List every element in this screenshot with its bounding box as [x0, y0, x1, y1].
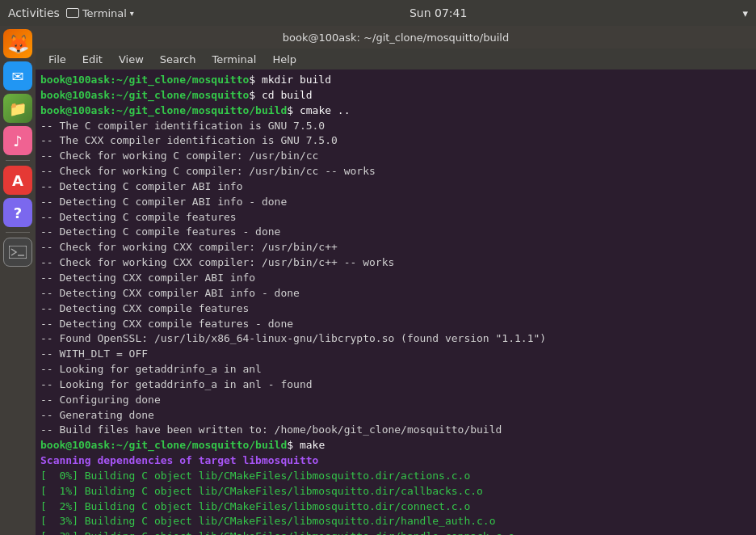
line-12: -- Check for working CXX compiler: /usr/…: [40, 240, 751, 255]
line-7: -- Check for working C compiler: /usr/bi…: [40, 164, 751, 179]
firefox-icon: 🦊: [7, 34, 29, 54]
main-content: book@100ask: ~/git_clone/mosquitto/build…: [36, 26, 756, 535]
line-1: book@100ask:~/git_clone/mosquitto$ mkdir…: [40, 73, 751, 88]
line-21: -- Looking for getaddrinfo_a in anl - fo…: [40, 377, 751, 393]
sidebar-item-mail[interactable]: ✉: [3, 61, 32, 91]
sidebar: 🦊 ✉ 📁 ♪ A ?: [0, 26, 36, 535]
menu-help[interactable]: Help: [266, 52, 303, 67]
sidebar-item-music[interactable]: ♪: [3, 126, 32, 155]
terminal-title-bar: book@100ask: ~/git_clone/mosquitto/build: [36, 26, 756, 48]
line-4: -- The C compiler identification is GNU …: [40, 119, 751, 134]
cmd-4: $ make: [287, 439, 325, 451]
line-28: [ 1%] Building C object lib/CMakeFiles/l…: [40, 484, 751, 499]
tray-icons: ▾: [742, 7, 748, 19]
line-20: -- Looking for getaddrinfo_a in anl: [40, 362, 751, 377]
line-15: -- Detecting CXX compiler ABI info - don…: [40, 286, 751, 301]
sidebar-item-firefox[interactable]: 🦊: [3, 29, 32, 58]
line-24: -- Build files have been written to: /ho…: [40, 423, 751, 438]
terminal-window-icon: [66, 8, 79, 18]
window: 🦊 ✉ 📁 ♪ A ? bo: [0, 26, 756, 535]
top-bar-left: Activities Terminal ▾: [8, 6, 134, 19]
prompt-3: book@100ask:~/git_clone/mosquitto/build: [40, 104, 287, 116]
terminal-tab[interactable]: Terminal ▾: [66, 7, 134, 19]
terminal-output[interactable]: book@100ask:~/git_clone/mosquitto$ mkdir…: [36, 70, 756, 535]
sidebar-item-software[interactable]: A: [3, 166, 32, 195]
line-25: book@100ask:~/git_clone/mosquitto/build$…: [40, 438, 751, 453]
line-8: -- Detecting C compiler ABI info: [40, 179, 751, 195]
top-bar-right: ▾: [742, 7, 748, 19]
sidebar-item-terminal[interactable]: [3, 238, 32, 267]
line-18: -- Found OpenSSL: /usr/lib/x86_64-linux-…: [40, 331, 751, 347]
menu-view[interactable]: View: [112, 52, 150, 67]
sidebar-divider-2: [6, 232, 30, 233]
terminal-menu-bar: File Edit View Search Terminal Help: [36, 48, 756, 70]
mail-icon: ✉: [11, 68, 23, 85]
line-26: Scanning dependencies of target libmosqu…: [40, 453, 751, 469]
menu-search[interactable]: Search: [153, 52, 203, 67]
line-3: book@100ask:~/git_clone/mosquitto/build$…: [40, 103, 751, 119]
line-6: -- Check for working C compiler: /usr/bi…: [40, 149, 751, 164]
prompt-4: book@100ask:~/git_clone/mosquitto/build: [40, 439, 287, 451]
menu-edit[interactable]: Edit: [76, 52, 109, 67]
line-10: -- Detecting C compile features: [40, 210, 751, 225]
top-bar: Activities Terminal ▾ Sun 07:41 ▾: [0, 0, 756, 26]
sidebar-item-files[interactable]: 📁: [3, 94, 32, 123]
software-icon: A: [12, 172, 23, 189]
activities-label[interactable]: Activities: [8, 6, 60, 19]
sidebar-divider: [6, 160, 30, 161]
prompt-2: book@100ask:~/git_clone/mosquitto: [40, 89, 249, 101]
line-2: book@100ask:~/git_clone/mosquitto$ cd bu…: [40, 88, 751, 103]
line-27: [ 0%] Building C object lib/CMakeFiles/l…: [40, 469, 751, 484]
prompt-1: book@100ask:~/git_clone/mosquitto: [40, 74, 249, 86]
terminal-icon: [9, 246, 27, 259]
line-19: -- WITH_DLT = OFF: [40, 347, 751, 362]
terminal-title: book@100ask: ~/git_clone/mosquitto/build: [42, 32, 750, 44]
clock: Sun 07:41: [410, 6, 467, 19]
line-9: -- Detecting C compiler ABI info - done: [40, 195, 751, 210]
line-17: -- Detecting CXX compile features - done: [40, 317, 751, 332]
svg-rect-0: [9, 246, 27, 259]
line-5: -- The CXX compiler identification is GN…: [40, 133, 751, 149]
top-bar-center: Sun 07:41: [410, 6, 467, 19]
line-31: [ 3%] Building C object lib/CMakeFiles/l…: [40, 529, 751, 535]
terminal-window: book@100ask: ~/git_clone/mosquitto/build…: [36, 26, 756, 535]
line-16: -- Detecting CXX compile features: [40, 301, 751, 317]
menu-terminal[interactable]: Terminal: [205, 52, 262, 67]
line-14: -- Detecting CXX compiler ABI info: [40, 271, 751, 286]
line-29: [ 2%] Building C object lib/CMakeFiles/l…: [40, 499, 751, 515]
line-11: -- Detecting C compile features - done: [40, 225, 751, 240]
sidebar-item-help[interactable]: ?: [3, 198, 32, 227]
music-icon: ♪: [13, 133, 23, 150]
cmd-1: $ mkdir build: [249, 74, 331, 86]
cmd-2: $ cd build: [249, 89, 312, 101]
menu-file[interactable]: File: [42, 52, 73, 67]
line-23: -- Generating done: [40, 408, 751, 423]
help-icon: ?: [14, 204, 22, 221]
line-22: -- Configuring done: [40, 393, 751, 408]
folder-icon: 📁: [9, 100, 27, 117]
chevron-down-icon: ▾: [130, 9, 134, 18]
cmd-3: $ cmake ..: [287, 104, 350, 116]
line-13: -- Check for working CXX compiler: /usr/…: [40, 255, 751, 271]
line-30: [ 3%] Building C object lib/CMakeFiles/l…: [40, 514, 751, 529]
terminal-tab-label: Terminal: [82, 7, 127, 19]
